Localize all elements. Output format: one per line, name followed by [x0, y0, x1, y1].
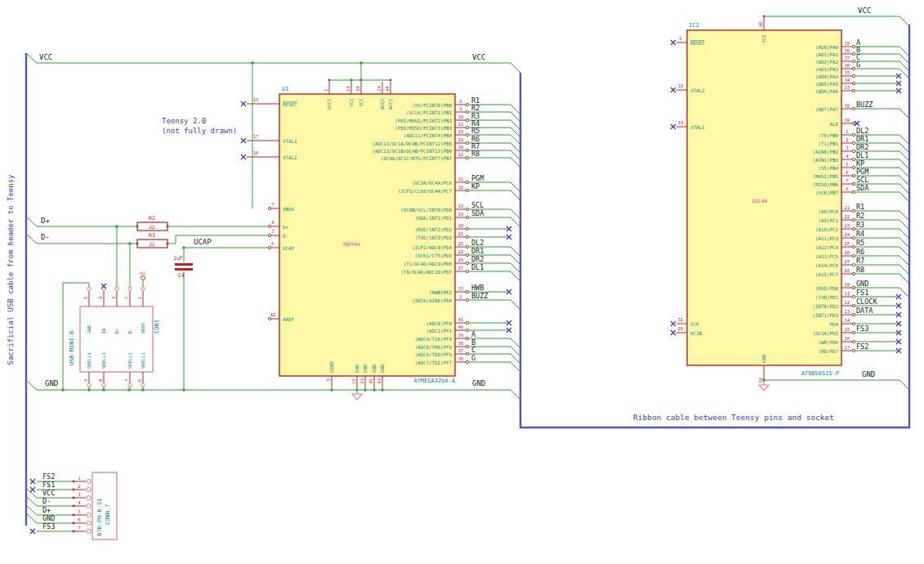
schematic-svg[interactable]: VCCVCCD+D-UCAPR222R3221uFC4GNDGNDUSB-MIN… [0, 0, 924, 564]
net-label[interactable]: SCL [856, 176, 868, 184]
bus-entry[interactable] [899, 274, 909, 284]
net-label[interactable]: G [856, 60, 860, 69]
net-label[interactable]: DL2 [471, 239, 484, 247]
bus-entry[interactable] [511, 362, 520, 372]
net-label[interactable]: GND [42, 514, 55, 522]
net-label[interactable]: D- [42, 497, 51, 505]
ic2-footprint[interactable]: DIL40 [752, 198, 767, 204]
bus-entry[interactable] [899, 256, 909, 266]
conn7-ref[interactable]: CONN_7 [105, 504, 111, 525]
net-label[interactable]: R2 [856, 212, 864, 220]
bus-entry[interactable] [26, 488, 37, 498]
net-label-vcc[interactable]: VCC [472, 53, 485, 61]
net-label-gnd[interactable]: GND [472, 379, 485, 387]
net-label-ucap[interactable]: UCAP [194, 238, 212, 246]
bus-entry[interactable] [899, 16, 909, 26]
ic2-ref[interactable]: IC2 [689, 22, 699, 29]
net-label[interactable]: FS3 [856, 325, 868, 333]
bus-entry[interactable] [26, 513, 37, 523]
bus-entry[interactable] [899, 192, 909, 202]
net-label[interactable]: R8 [856, 266, 864, 274]
net-label[interactable]: DR2 [471, 255, 484, 263]
net-label[interactable]: DATA [856, 307, 873, 315]
capacitor-plate[interactable] [175, 263, 193, 266]
u1-part[interactable]: ATMEGA32U4-A [413, 378, 455, 384]
net-label[interactable]: SDA [856, 184, 868, 192]
con1-value[interactable]: USB-MINI-B [69, 331, 75, 365]
con1-ref[interactable]: CON1 [154, 320, 160, 333]
bus-entry[interactable] [511, 271, 520, 281]
note-usb-cable[interactable]: Sacrificial USB cable from header to Tee… [7, 174, 15, 365]
net-label[interactable]: PGM [471, 174, 484, 182]
net-label[interactable]: DL2 [856, 127, 868, 135]
bus-entry[interactable] [26, 53, 37, 63]
bus-entry[interactable] [899, 159, 909, 169]
net-label[interactable]: BUZZ [471, 292, 488, 300]
ic2-part[interactable]: AT90S8515-P [801, 370, 839, 377]
capacitor-plate[interactable] [175, 268, 193, 271]
bus-entry[interactable] [511, 190, 520, 200]
net-label-vcc[interactable]: VCC [858, 7, 871, 15]
bus-entry[interactable] [899, 109, 909, 119]
net-label[interactable]: DR1 [471, 247, 484, 255]
bus-entry[interactable] [511, 209, 520, 219]
net-label[interactable]: DR2 [856, 143, 868, 151]
resistor-value[interactable]: 22 [149, 224, 155, 230]
net-label[interactable]: KP [471, 182, 480, 190]
net-label[interactable]: C [471, 346, 475, 354]
net-label[interactable]: HWB [471, 284, 484, 292]
net-label-gnd[interactable]: GND [45, 379, 58, 387]
net-label[interactable]: FS2 [42, 472, 55, 481]
bus-entry[interactable] [899, 220, 909, 230]
note-teensy[interactable]: (not fully drawn) [162, 127, 237, 135]
net-label[interactable]: KP [856, 159, 864, 168]
bus-entry[interactable] [511, 263, 520, 273]
net-label[interactable]: R2 [471, 104, 480, 112]
net-label[interactable]: FS1 [42, 481, 55, 489]
capacitor-value[interactable]: 1uF [173, 255, 183, 262]
net-label[interactable]: R6 [856, 248, 864, 256]
bus-entry[interactable] [26, 234, 37, 244]
bus-entry[interactable] [899, 288, 909, 298]
bus-entry[interactable] [26, 217, 37, 226]
net-label-vcc[interactable]: VCC [39, 53, 52, 61]
net-label[interactable]: R5 [471, 127, 480, 135]
bus-entry[interactable] [899, 229, 909, 239]
net-label[interactable]: R5 [856, 239, 864, 247]
bus-entry[interactable] [899, 211, 909, 221]
bus-entry[interactable] [899, 184, 909, 194]
capacitor-ref[interactable]: C4 [178, 272, 185, 279]
net-label[interactable]: BUZZ [856, 101, 873, 109]
net-label-gnd[interactable]: GND [862, 370, 875, 378]
vcc-power-symbol[interactable] [141, 276, 145, 280]
bus-entry[interactable] [899, 265, 909, 275]
net-label[interactable]: R8 [471, 150, 480, 158]
net-label[interactable]: GND [856, 280, 868, 288]
net-label[interactable]: SCL [471, 201, 484, 209]
net-label[interactable]: R7 [856, 257, 864, 265]
bus-entry[interactable] [511, 255, 520, 265]
bus-entry[interactable] [26, 505, 37, 515]
u1-footprint[interactable]: TQFP44 [342, 241, 360, 247]
bus-entry[interactable] [899, 238, 909, 248]
bus-entry[interactable] [511, 390, 520, 400]
net-label[interactable]: FS2 [856, 342, 868, 351]
net-label[interactable]: PGM [856, 168, 868, 176]
note-teensy[interactable]: Teensy 2.0 [162, 117, 206, 125]
conn7-value[interactable]: B7K-PH-K-S1 [96, 499, 103, 536]
net-label-dplus[interactable]: D+ [41, 217, 50, 225]
net-label-dminus[interactable]: D- [41, 233, 50, 241]
net-label[interactable]: CLOCK [856, 298, 877, 306]
net-label[interactable]: G [471, 354, 475, 362]
bus-entry[interactable] [899, 380, 909, 390]
bus-entry[interactable] [511, 247, 520, 257]
bus-entry[interactable] [899, 143, 909, 153]
gnd-power-symbol[interactable] [352, 390, 362, 400]
bus-entry[interactable] [899, 247, 909, 257]
bus-entry[interactable] [26, 380, 37, 390]
resistor-value[interactable]: 22 [149, 241, 155, 247]
net-label[interactable]: VCC [42, 489, 55, 497]
resistor-ref[interactable]: R3 [149, 232, 155, 239]
u1-ref[interactable]: U1 [282, 86, 288, 92]
bus-entry[interactable] [899, 176, 909, 186]
